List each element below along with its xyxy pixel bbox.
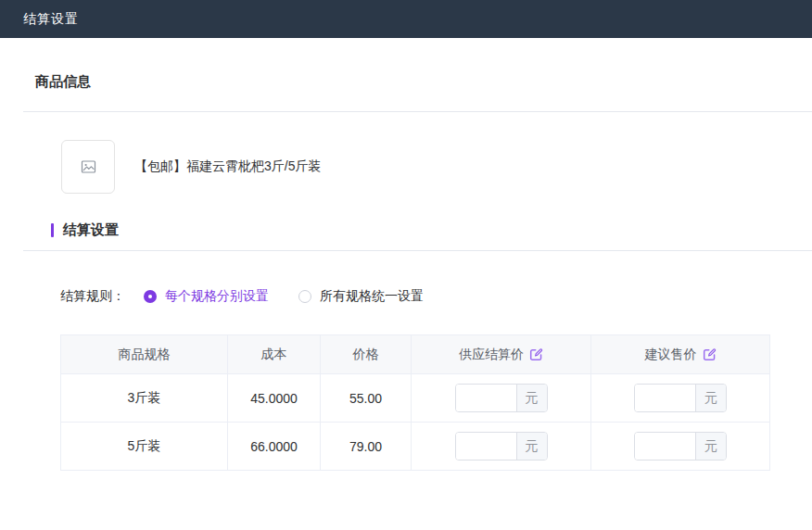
spec-price-table: 商品规格 成本 价格 供应结算价 建议售价 [60, 334, 770, 471]
col-header-cost: 成本 [228, 335, 321, 374]
unit-suffix: 元 [695, 385, 726, 411]
main-content: 商品信息 【包邮】福建云霄枇杷3斤/5斤装 结算设置 结算规则： 每个规格分别设… [0, 73, 812, 471]
product-info-heading: 商品信息 [35, 73, 812, 91]
cell-suggested-price: 元 [591, 423, 770, 471]
cell-spec: 5斤装 [61, 423, 228, 471]
cell-supply-price: 元 [412, 374, 591, 423]
unit-suffix: 元 [516, 433, 547, 460]
settlement-rule-row: 结算规则： 每个规格分别设置 所有规格统一设置 [60, 288, 812, 305]
cell-cost: 66.0000 [228, 423, 321, 471]
supply-price-label: 供应结算价 [459, 347, 524, 363]
supply-price-input[interactable] [456, 433, 516, 460]
suggested-price-input[interactable] [635, 385, 695, 411]
product-image-placeholder [61, 140, 115, 194]
edit-icon[interactable] [703, 347, 717, 361]
page-title: 结算设置 [23, 11, 79, 28]
top-header-bar: 结算设置 [0, 0, 812, 38]
radio-all-specs-label[interactable]: 所有规格统一设置 [320, 288, 424, 305]
settlement-rule-label: 结算规则： [60, 288, 125, 305]
product-row: 【包邮】福建云霄枇杷3斤/5斤装 [61, 140, 812, 194]
cell-spec: 3斤装 [61, 374, 228, 423]
col-header-suggested-price: 建议售价 [591, 335, 770, 374]
divider [23, 111, 812, 112]
supply-price-input-group: 元 [455, 384, 548, 412]
suggested-price-input-group: 元 [634, 432, 727, 461]
supply-price-input[interactable] [456, 385, 516, 411]
suggested-price-input[interactable] [635, 433, 695, 460]
divider [23, 250, 812, 251]
col-header-price: 价格 [321, 335, 412, 374]
suggested-price-label: 建议售价 [645, 347, 697, 363]
cell-cost: 45.0000 [228, 374, 321, 423]
broken-image-icon [81, 159, 96, 174]
radio-unselected-icon[interactable] [298, 290, 311, 303]
radio-per-spec[interactable]: 每个规格分别设置 [144, 288, 269, 305]
unit-suffix: 元 [516, 385, 547, 411]
edit-icon[interactable] [529, 347, 543, 361]
cell-supply-price: 元 [412, 423, 591, 471]
col-header-spec: 商品规格 [61, 335, 228, 374]
settlement-settings-title: 结算设置 [63, 221, 119, 239]
accent-bar [51, 223, 54, 237]
cell-price: 79.00 [321, 423, 412, 471]
supply-price-input-group: 元 [455, 432, 548, 461]
col-header-supply-price: 供应结算价 [412, 335, 591, 374]
product-name: 【包邮】福建云霄枇杷3斤/5斤装 [134, 158, 321, 175]
radio-selected-icon[interactable] [144, 290, 157, 303]
unit-suffix: 元 [695, 433, 726, 460]
radio-per-spec-label[interactable]: 每个规格分别设置 [165, 288, 269, 305]
cell-price: 55.00 [321, 374, 412, 423]
suggested-price-input-group: 元 [634, 384, 727, 412]
cell-suggested-price: 元 [591, 374, 770, 423]
radio-all-specs[interactable]: 所有规格统一设置 [298, 288, 424, 305]
table-header-row: 商品规格 成本 价格 供应结算价 建议售价 [61, 335, 770, 374]
settlement-settings-heading: 结算设置 [51, 221, 812, 239]
table-row: 3斤装 45.0000 55.00 元 元 [61, 374, 770, 423]
table-row: 5斤装 66.0000 79.00 元 元 [61, 423, 770, 471]
